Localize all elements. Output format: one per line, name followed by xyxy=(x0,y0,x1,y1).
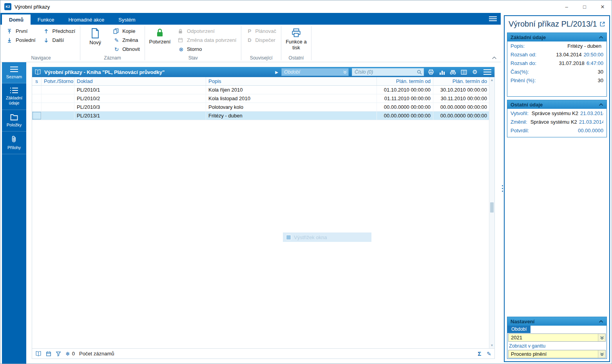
chart-icon[interactable] xyxy=(438,68,446,76)
gear-icon[interactable]: ⚙ xyxy=(471,68,479,76)
field-plneni: Plnění (%): 30 xyxy=(507,76,607,85)
vertical-scrollbar[interactable]: ▲ ▼ xyxy=(489,77,494,348)
new-document-icon xyxy=(91,28,100,39)
group-label-stav: Stav xyxy=(148,54,238,62)
column-header-popis[interactable]: Popis xyxy=(206,77,377,85)
sidebar-item-seznam[interactable]: Seznam xyxy=(2,62,26,83)
number-search-input[interactable] xyxy=(355,69,417,75)
close-button[interactable]: ✕ xyxy=(594,0,612,13)
chevron-up-icon[interactable] xyxy=(599,36,603,39)
column-header-s[interactable]: s xyxy=(32,77,42,85)
arrow-down-icon xyxy=(43,38,50,43)
column-header-potvr-storno[interactable]: Potvr./Storno xyxy=(42,77,74,85)
ribbon: První Poslední Předchozí xyxy=(0,25,501,62)
sidebar-item-zakladni-udaje[interactable]: Základní údaje xyxy=(2,83,26,110)
snowflake-icon[interactable]: ❄ xyxy=(65,351,70,357)
double-chevron-icon[interactable] xyxy=(598,334,605,341)
section-nastaveni: Nastavení Období Zobrazit v ganttu xyxy=(507,317,607,359)
copy-button[interactable]: Kopie xyxy=(112,27,141,36)
table-header-bar: Výrobní příkazy - Kniha "PL, Plánovácí p… xyxy=(32,67,494,77)
scroll-up-icon[interactable]: ▲ xyxy=(489,77,494,83)
functions-print-button[interactable]: Funkce a tisk xyxy=(284,27,308,51)
popout-icon[interactable] xyxy=(599,20,605,27)
column-header-plan-termin-od[interactable]: Plán. termín od xyxy=(377,77,433,85)
book-panes-icon[interactable] xyxy=(35,351,42,356)
chevron-up-icon[interactable] xyxy=(599,103,603,106)
window-title: Výrobní příkazy xyxy=(14,4,50,10)
planner-button[interactable]: P Plánovač xyxy=(244,27,277,36)
tab-hromadne-akce[interactable]: Hromadné akce xyxy=(61,14,111,25)
sidebar-item-polozky[interactable]: Položky xyxy=(2,110,26,132)
snip-overlay: Výstřižek okna xyxy=(283,232,371,242)
edit-button[interactable]: ✎ Změna xyxy=(112,36,141,45)
column-header-plan-termin-do[interactable]: Plán. termín do xyxy=(433,77,490,85)
first-icon xyxy=(7,29,13,34)
gantt-combo xyxy=(508,350,606,358)
binoculars-icon[interactable] xyxy=(449,68,457,76)
app-logo-icon: K2 xyxy=(4,3,11,10)
group-label-navigace: Navigace xyxy=(5,54,77,62)
detail-panel: Výrobní příkaz PL/2013/1 Základní údaje … xyxy=(504,15,610,362)
new-button[interactable]: Nový xyxy=(83,27,107,46)
section-header-zakladni-udaje[interactable]: Základní údaje xyxy=(507,33,607,41)
tab-funkce[interactable]: Funkce xyxy=(31,14,62,25)
print-icon[interactable] xyxy=(427,68,435,76)
period-combo-input[interactable] xyxy=(509,334,598,341)
dispatcher-icon: D xyxy=(246,37,253,43)
panel-splitter[interactable] xyxy=(501,13,504,364)
confirm-button[interactable]: Potvrzení xyxy=(148,27,172,45)
records-table: Výrobní příkazy - Kniha "PL, Plánovácí p… xyxy=(32,67,495,359)
record-count-button[interactable]: Počet záznamů xyxy=(79,351,114,357)
table-row[interactable]: PL/2010/1 Kola říjen 2010 01.10.2010 00:… xyxy=(32,86,489,94)
last-button[interactable]: Poslední xyxy=(5,36,37,45)
table-menu-icon[interactable] xyxy=(483,69,491,75)
panel-spacer xyxy=(505,137,609,315)
double-chevron-icon[interactable] xyxy=(598,350,605,358)
tab-system[interactable]: Systém xyxy=(111,14,142,25)
expand-play-icon[interactable]: ▶ xyxy=(275,70,278,74)
period-filter xyxy=(281,68,349,76)
filter-icon[interactable] xyxy=(56,351,61,357)
scrollbar-track[interactable] xyxy=(489,83,494,342)
sum-icon[interactable]: Σ xyxy=(478,350,481,357)
previous-button[interactable]: Předchozí xyxy=(42,27,77,36)
refresh-icon: ↻ xyxy=(113,47,120,52)
table-row-selected[interactable]: PL/2013/1 Fritézy - duben 00.00.0000 00:… xyxy=(32,112,489,120)
maximize-button[interactable]: □ xyxy=(576,0,594,13)
gantt-combo-input[interactable] xyxy=(509,350,598,358)
first-button[interactable]: První xyxy=(5,27,37,36)
table-row[interactable]: PL/2010/2 Kola listopad 2010 01.11.2010 … xyxy=(32,94,489,103)
edit-pencil-icon[interactable]: ✎ xyxy=(487,351,491,357)
gantt-label: Zobrazit v ganttu xyxy=(507,342,607,350)
left-region: Domů Funkce Hromadné akce Systém První xyxy=(0,13,501,364)
cancel-record-button[interactable]: ⊗ Storno xyxy=(176,45,238,54)
dispatcher-button[interactable]: D Dispečer xyxy=(244,36,277,45)
ribbon-menu-icon[interactable] xyxy=(489,16,497,22)
calendar-icon[interactable] xyxy=(46,351,51,357)
scroll-down-icon[interactable]: ▼ xyxy=(489,342,494,348)
chevron-up-icon[interactable] xyxy=(599,320,603,323)
period-filter-input[interactable] xyxy=(284,69,343,75)
ribbon-collapse-button[interactable] xyxy=(492,56,497,59)
column-header-doklad[interactable]: Doklad xyxy=(74,77,206,85)
next-button[interactable]: Další xyxy=(42,36,77,45)
ribbon-separator xyxy=(311,26,311,60)
columns-icon[interactable] xyxy=(460,68,468,76)
section-header-ostatni-udaje[interactable]: Ostatní údaje xyxy=(507,100,607,109)
main-area: Výrobní příkazy - Kniha "PL, Plánovácí p… xyxy=(26,62,501,364)
change-confirm-date-button[interactable]: Změna data potvrzení xyxy=(176,36,238,45)
sidebar-item-prilohy[interactable]: Přílohy xyxy=(2,132,26,154)
titlebar: K2 Výrobní příkazy – □ ✕ xyxy=(0,0,612,13)
ribbon-group-stav: Potvrzení Odpotvrzení Změna data potvrze… xyxy=(145,25,241,62)
field-popis: Popis: Fritézy - duben xyxy=(507,41,607,50)
tab-domu[interactable]: Domů xyxy=(2,14,31,25)
refresh-button[interactable]: ↻ Obnovit xyxy=(112,45,141,54)
minimize-button[interactable]: – xyxy=(558,0,576,13)
section-header-nastaveni[interactable]: Nastavení xyxy=(507,317,607,326)
double-chevron-icon[interactable] xyxy=(343,70,347,74)
scrollbar-thumb[interactable] xyxy=(490,202,494,213)
sidebar: Seznam Základní údaje Položky Přílohy xyxy=(2,62,26,364)
table-row[interactable]: PL/2010/3 Polotovary kolo 00.00.0000 00:… xyxy=(32,103,489,112)
unconfirm-button[interactable]: Odpotvrzení xyxy=(176,27,238,36)
search-icon[interactable] xyxy=(417,70,422,75)
